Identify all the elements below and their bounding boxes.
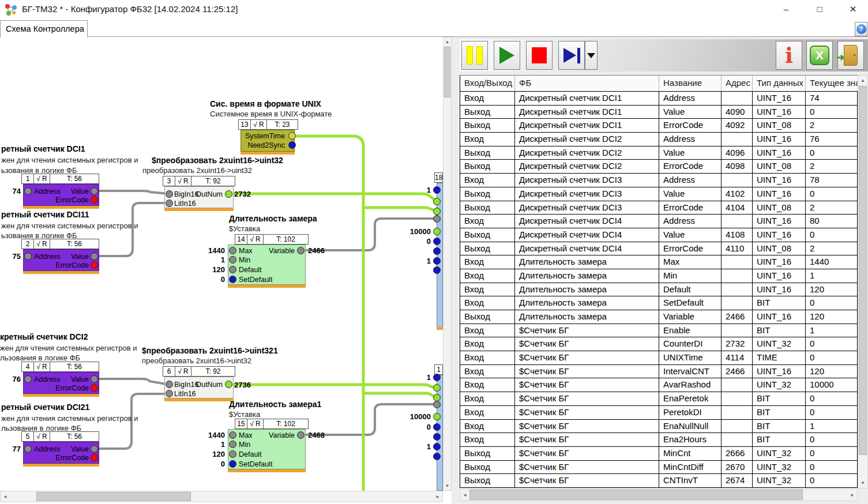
table-row[interactable]: ВходДискретный счетчик DCI2AddressUINT_1… bbox=[460, 133, 858, 146]
counter-pin-gray[interactable] bbox=[433, 215, 441, 223]
scroll-up-icon[interactable]: ▲ bbox=[858, 78, 867, 83]
block-dur1-body[interactable]: Max Min Default SetDefault Variable bbox=[228, 245, 306, 285]
block-dci11-header[interactable]: 2 √ R T: 56 bbox=[21, 239, 99, 249]
block-dci2-body[interactable]: Address Value ErrorCode bbox=[23, 372, 99, 394]
table-row[interactable]: Выход$Счетчик БГCNTInvT2674UINT_320 bbox=[460, 474, 858, 488]
column-header-4[interactable]: Тип данных bbox=[753, 76, 806, 91]
help-button[interactable]: ? bbox=[855, 22, 867, 36]
pin-address-input[interactable] bbox=[24, 253, 32, 260]
counter-pin-green[interactable] bbox=[433, 413, 441, 420]
pin-bigin16-input[interactable] bbox=[166, 381, 173, 388]
block-dur1-header[interactable]: 14 √ R T: 102 bbox=[235, 234, 309, 245]
pin-address-input[interactable] bbox=[24, 375, 32, 383]
pin-outnum-output[interactable] bbox=[225, 190, 232, 198]
pin-address-input[interactable] bbox=[24, 445, 32, 453]
counter-pin-blue[interactable] bbox=[433, 443, 441, 450]
table-row[interactable]: ВыходДискретный счетчик DCI2Value4096UIN… bbox=[460, 146, 858, 160]
column-header-3[interactable]: Адрес bbox=[722, 76, 753, 91]
scroll-down-icon[interactable]: ▼ bbox=[444, 483, 451, 488]
counter-pin-green[interactable] bbox=[433, 384, 441, 392]
pin-outnum-output[interactable] bbox=[225, 381, 232, 388]
counter-pin-blue[interactable] bbox=[433, 374, 441, 381]
pin-value-output[interactable] bbox=[91, 445, 98, 453]
info-button[interactable]: i bbox=[776, 41, 802, 70]
counter-pin-blue[interactable] bbox=[433, 433, 441, 441]
table-row[interactable]: ВходДлительность замераSetDefaultBIT0 bbox=[460, 296, 858, 310]
step-dropdown-button[interactable] bbox=[585, 41, 598, 70]
table-header-row[interactable]: Вход/ВыходФБНазваниеАдресТип данныхТекущ… bbox=[460, 76, 858, 92]
table-row[interactable]: ВыходДискретный счетчик DCI4ErrorCode411… bbox=[460, 242, 858, 256]
column-header-0[interactable]: Вход/Выход bbox=[460, 76, 515, 91]
pin-setdefault-input[interactable] bbox=[229, 276, 236, 283]
pin-value-output[interactable] bbox=[91, 253, 98, 260]
block-dci1-header[interactable]: 1 √ R T: 56 bbox=[21, 174, 99, 184]
pin-default-input[interactable] bbox=[229, 266, 236, 273]
table-row[interactable]: ВыходДискретный счетчик DCI1Value4090UIN… bbox=[460, 106, 858, 119]
table-row[interactable]: Выход$Счетчик БГMinCntDiff2670UINT_320 bbox=[460, 461, 858, 475]
counter-pin-green[interactable] bbox=[433, 208, 441, 215]
pin-min-input[interactable] bbox=[229, 256, 236, 264]
pin-errorcode-output[interactable] bbox=[91, 454, 98, 461]
table-row[interactable]: ВходДискретный счетчик DCI1AddressUINT_1… bbox=[460, 92, 858, 106]
pin-variable-output[interactable] bbox=[297, 431, 305, 439]
table-row[interactable]: ВходДискретный счетчик DCI3AddressUINT_1… bbox=[460, 174, 858, 187]
table-row[interactable]: ВходДлительность замераMaxUINT_161440 bbox=[460, 255, 858, 269]
block-conv1-header[interactable]: 3 √ R T: 92 bbox=[163, 176, 235, 186]
table-row[interactable]: ВходДлительность замераMinUINT_161 bbox=[460, 269, 858, 283]
minimize-button[interactable]: – bbox=[773, 0, 799, 18]
block-conv2-header[interactable]: 6 √ R T: 92 bbox=[163, 366, 235, 377]
stop-button[interactable] bbox=[526, 41, 553, 70]
tab-controller-schema[interactable]: Схема Контроллера bbox=[0, 20, 88, 37]
block-dci21-body[interactable]: Address Value ErrorCode bbox=[23, 442, 99, 464]
pin-setdefault-input[interactable] bbox=[229, 460, 236, 468]
pin-errorcode-output[interactable] bbox=[91, 261, 98, 269]
block-dci1-body[interactable]: Address Value ErrorCode bbox=[23, 184, 99, 206]
table-horizontal-scrollbar[interactable]: ◄ ► bbox=[460, 488, 858, 501]
pin-litin16-input[interactable] bbox=[166, 390, 173, 397]
scroll-right-icon[interactable]: ► bbox=[849, 492, 856, 498]
counter-pin-gray[interactable] bbox=[433, 401, 441, 408]
table-vscroll-thumb[interactable] bbox=[859, 86, 867, 455]
counter-pin-blue[interactable] bbox=[433, 186, 441, 194]
block-dur2-body[interactable]: Max Min Default SetDefault Variable bbox=[228, 429, 306, 469]
scroll-right-icon[interactable]: ► bbox=[434, 494, 441, 499]
scroll-up-icon[interactable]: ▲ bbox=[444, 39, 451, 44]
table-hscroll-thumb[interactable] bbox=[469, 490, 803, 500]
column-header-5[interactable]: Текущее зна bbox=[806, 76, 858, 91]
column-header-2[interactable]: Название bbox=[659, 76, 722, 91]
step-button[interactable] bbox=[558, 41, 585, 70]
block-dci21-header[interactable]: 5 √ R T: 56 bbox=[21, 431, 99, 442]
pin-litin16-input[interactable] bbox=[166, 200, 173, 207]
diagram-horizontal-scrollbar[interactable]: ◄ ► bbox=[0, 491, 443, 502]
block-dci2-header[interactable]: 4 √ R T: 56 bbox=[21, 362, 99, 372]
table-row[interactable]: ВыходДискретный счетчик DCI3ErrorCode410… bbox=[460, 201, 858, 215]
export-excel-button[interactable]: X bbox=[806, 41, 833, 70]
controller-schema-canvas[interactable]: Сис. время в формате UNIX Системное врем… bbox=[0, 37, 443, 491]
block-conv2-body[interactable]: BigIn16 OutNum LitIn16 bbox=[164, 377, 234, 398]
pin-systemtime-output[interactable] bbox=[288, 132, 296, 140]
pin-default-input[interactable] bbox=[229, 450, 236, 458]
pin-value-output[interactable] bbox=[91, 375, 98, 383]
scroll-left-icon[interactable]: ◄ bbox=[461, 492, 468, 498]
table-row[interactable]: ВыходДискретный счетчик DCI1ErrorCode409… bbox=[460, 119, 858, 133]
scroll-left-icon[interactable]: ◄ bbox=[2, 494, 9, 499]
pin-need2sync-output[interactable] bbox=[288, 141, 296, 149]
diagram-vertical-scrollbar[interactable]: ▲ ▼ bbox=[443, 37, 452, 491]
pin-bigin16-input[interactable] bbox=[166, 190, 173, 198]
block-systime-body[interactable]: SystemTime Need2Sync bbox=[241, 130, 295, 152]
table-row[interactable]: Вход$Счетчик БГUNIXTime4114TIME0 bbox=[460, 351, 858, 365]
table-row[interactable]: ВыходДискретный счетчик DCI2ErrorCode409… bbox=[460, 160, 858, 174]
pin-address-input[interactable] bbox=[24, 187, 32, 195]
pin-max-input[interactable] bbox=[229, 247, 236, 254]
pin-max-input[interactable] bbox=[229, 431, 236, 439]
scroll-down-icon[interactable]: ▼ bbox=[858, 480, 867, 486]
counter-pin-blue[interactable] bbox=[433, 247, 441, 255]
table-row[interactable]: Вход$Счетчик БГIntervalCNT2466UINT_16120 bbox=[460, 365, 858, 379]
table-row[interactable]: Вход$Счетчик БГEnaPeretokBIT0 bbox=[460, 392, 858, 406]
pin-errorcode-output[interactable] bbox=[91, 196, 98, 204]
table-row[interactable]: Вход$Счетчик БГCounterDI2732UINT_320 bbox=[460, 337, 858, 351]
exit-button[interactable]: ➜ bbox=[837, 41, 864, 70]
pin-min-input[interactable] bbox=[229, 441, 236, 448]
pin-value-output[interactable] bbox=[91, 187, 98, 195]
block-conv1-body[interactable]: BigIn16 OutNum LitIn16 bbox=[164, 186, 234, 208]
